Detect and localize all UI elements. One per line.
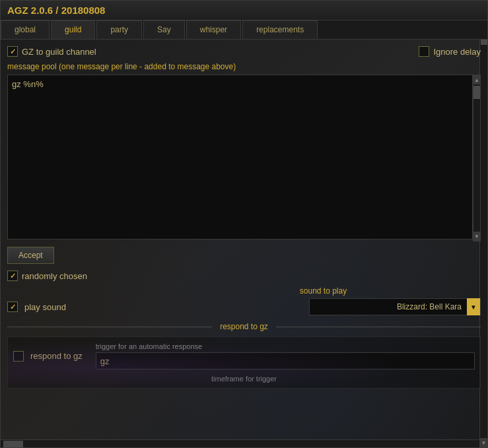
textarea-container: gz %n% ▲ ▼	[7, 75, 481, 241]
gz-guild-label: GZ to guild channel	[22, 47, 96, 57]
trigger-section: trigger for an automatic response	[96, 342, 475, 369]
tab-whisper[interactable]: whisper	[186, 20, 241, 39]
message-pool-label: message pool (one message per line - add…	[7, 62, 481, 71]
sound-section: sound to play play sound Blizzard: Bell …	[7, 286, 481, 315]
textarea-scrollbar[interactable]: ▲ ▼	[473, 75, 481, 241]
title-bar: AGZ 2.0.6 / 20180808	[1, 1, 487, 20]
content-area: GZ to guild channel Ignore delay message…	[1, 40, 487, 441]
app-window: AGZ 2.0.6 / 20180808 global guild party …	[0, 0, 488, 448]
accept-button[interactable]: Accept	[7, 247, 54, 264]
tab-guild[interactable]: guild	[51, 20, 95, 39]
divider-line-right	[276, 327, 481, 327]
tabs-bar: global guild party Say whisper replaceme…	[1, 20, 487, 40]
textarea-scroll-thumb[interactable]	[473, 86, 480, 99]
sound-row: play sound Blizzard: Bell Kara ▼	[7, 298, 481, 315]
tab-global[interactable]: global	[1, 20, 50, 39]
ignore-delay-section: Ignore delay	[419, 46, 481, 57]
timeframe-label: timeframe for trigger	[13, 375, 475, 383]
gz-guild-checkbox-container: GZ to guild channel	[7, 46, 96, 57]
message-textarea[interactable]: gz %n%	[7, 75, 473, 240]
tab-say[interactable]: Say	[143, 20, 185, 39]
tab-replacements[interactable]: replacements	[242, 20, 318, 39]
respond-row: respond to gz trigger for an automatic r…	[13, 342, 475, 369]
bottom-scrollbar-thumb[interactable]	[3, 441, 23, 447]
randomly-chosen-label: randomly chosen	[22, 271, 87, 281]
textarea-scroll-up[interactable]: ▲	[473, 75, 481, 84]
gz-guild-row: GZ to guild channel Ignore delay	[7, 46, 481, 57]
sound-dropdown-arrow[interactable]: ▼	[467, 298, 480, 315]
sound-dropdown[interactable]: Blizzard: Bell Kara ▼	[309, 298, 481, 315]
ignore-delay-label: Ignore delay	[433, 47, 481, 57]
trigger-input[interactable]	[96, 352, 475, 369]
randomly-chosen-row: randomly chosen	[7, 271, 481, 281]
ignore-delay-checkbox[interactable]	[419, 46, 429, 57]
respond-section: respond to gz trigger for an automatic r…	[7, 336, 481, 389]
respond-divider: respond to gz	[7, 322, 481, 331]
respond-section-label: respond to gz	[212, 322, 276, 331]
respond-to-gz-label: respond to gz	[30, 351, 83, 361]
tab-party[interactable]: party	[96, 20, 142, 39]
sound-dropdown-value: Blizzard: Bell Kara	[310, 300, 467, 314]
sound-to-play-label: sound to play	[166, 286, 481, 296]
gz-guild-checkbox[interactable]	[7, 46, 18, 57]
respond-to-gz-checkbox[interactable]	[13, 351, 24, 362]
textarea-scroll-down[interactable]: ▼	[473, 232, 481, 241]
randomly-chosen-checkbox[interactable]	[7, 271, 18, 281]
app-title: AGZ 2.0.6 / 20180808	[7, 5, 105, 16]
play-sound-checkbox[interactable]	[7, 302, 18, 312]
divider-line-left	[7, 327, 212, 327]
trigger-label: trigger for an automatic response	[96, 342, 475, 350]
play-sound-label: play sound	[24, 302, 66, 312]
